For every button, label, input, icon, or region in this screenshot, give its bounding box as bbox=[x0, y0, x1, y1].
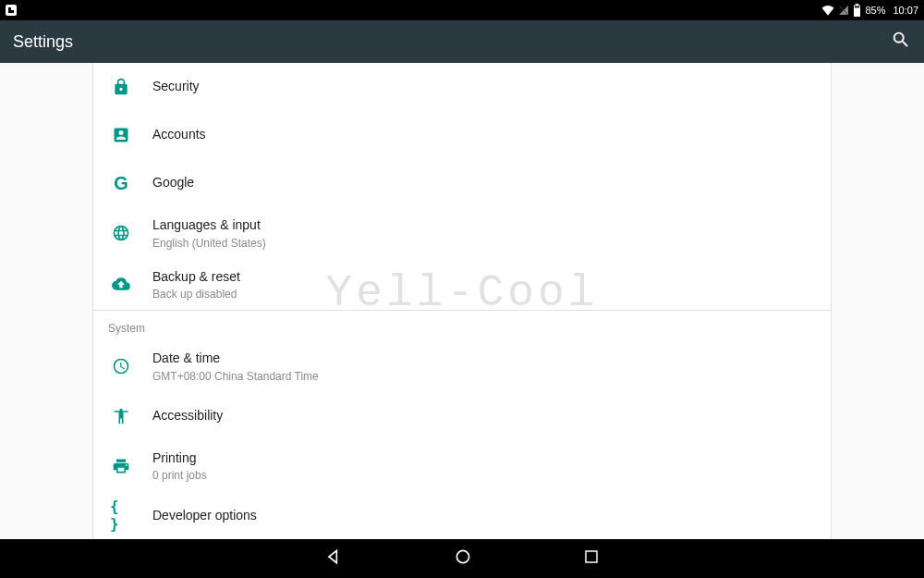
setting-sublabel: 0 print jobs bbox=[152, 469, 207, 482]
nav-recents-button[interactable] bbox=[583, 548, 600, 569]
page-title: Settings bbox=[13, 32, 73, 52]
setting-label: Security bbox=[152, 78, 200, 96]
back-icon bbox=[324, 547, 343, 566]
recents-icon bbox=[583, 548, 600, 565]
notification-icon bbox=[6, 5, 17, 16]
settings-panel: Security Accounts G Google Languages & i… bbox=[92, 63, 832, 539]
app-bar: Settings bbox=[0, 20, 924, 63]
accessibility-icon bbox=[110, 405, 132, 427]
setting-label: Accessibility bbox=[152, 407, 223, 425]
setting-label: Accounts bbox=[152, 126, 206, 144]
svg-point-4 bbox=[456, 550, 468, 562]
section-header-system: System bbox=[93, 310, 831, 340]
setting-item-datetime[interactable]: Date & time GMT+08:00 China Standard Tim… bbox=[93, 340, 831, 392]
setting-item-printing[interactable]: Printing 0 print jobs bbox=[93, 440, 831, 492]
clock: 10:07 bbox=[893, 5, 918, 16]
setting-item-accessibility[interactable]: Accessibility bbox=[93, 392, 831, 440]
setting-sublabel: GMT+08:00 China Standard Time bbox=[152, 370, 319, 383]
home-icon bbox=[454, 547, 472, 566]
nav-home-button[interactable] bbox=[454, 547, 472, 570]
printer-icon bbox=[110, 455, 132, 477]
lock-icon bbox=[110, 76, 132, 98]
setting-label: Languages & input bbox=[152, 216, 266, 235]
wifi-icon bbox=[821, 5, 834, 16]
setting-label: Date & time bbox=[152, 350, 319, 368]
account-icon bbox=[110, 124, 132, 146]
setting-item-security[interactable]: Security bbox=[93, 63, 831, 111]
clock-icon bbox=[110, 355, 132, 377]
google-icon: G bbox=[110, 172, 132, 194]
setting-sublabel: Back up disabled bbox=[152, 288, 240, 301]
battery-percent: 85% bbox=[865, 5, 885, 16]
no-sim-icon bbox=[838, 5, 849, 16]
setting-label: Developer options bbox=[152, 507, 257, 525]
setting-item-google[interactable]: G Google bbox=[93, 159, 831, 207]
search-button[interactable] bbox=[891, 30, 911, 54]
status-bar: 85% 10:07 bbox=[0, 0, 924, 20]
setting-item-accounts[interactable]: Accounts bbox=[93, 111, 831, 159]
setting-label: Backup & reset bbox=[152, 268, 240, 287]
svg-rect-3 bbox=[855, 6, 859, 8]
setting-label: Printing bbox=[152, 449, 207, 468]
setting-item-languages[interactable]: Languages & input English (United States… bbox=[93, 207, 831, 259]
svg-rect-1 bbox=[856, 4, 859, 6]
setting-item-developer[interactable]: { } Developer options bbox=[93, 491, 831, 539]
battery-icon bbox=[853, 4, 861, 17]
setting-sublabel: English (United States) bbox=[152, 237, 266, 250]
search-icon bbox=[891, 30, 911, 50]
globe-icon bbox=[110, 222, 132, 244]
setting-label: Google bbox=[152, 174, 194, 192]
braces-icon: { } bbox=[110, 504, 132, 526]
cloud-upload-icon bbox=[110, 273, 132, 295]
svg-rect-5 bbox=[586, 551, 597, 562]
setting-item-backup[interactable]: Backup & reset Back up disabled bbox=[93, 259, 831, 311]
nav-back-button[interactable] bbox=[324, 547, 343, 570]
navigation-bar bbox=[0, 539, 924, 578]
